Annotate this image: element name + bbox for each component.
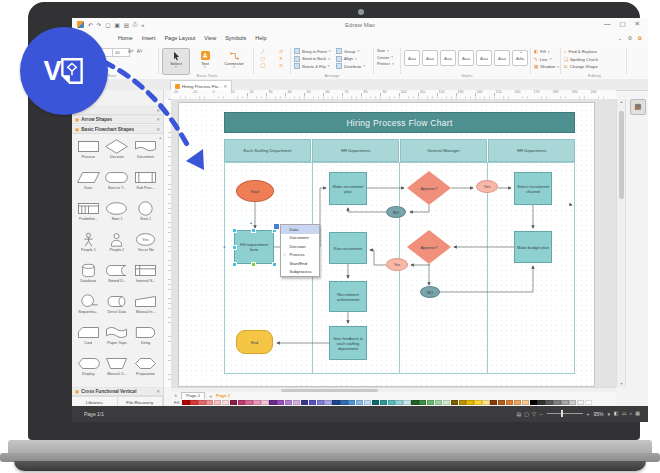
rotate-handle[interactable] bbox=[251, 262, 256, 267]
color-swatch[interactable] bbox=[222, 400, 229, 406]
color-swatch[interactable] bbox=[395, 400, 402, 406]
flow-node-achievement[interactable]: Recruitment achievement bbox=[329, 281, 367, 312]
resize-handle[interactable] bbox=[232, 262, 237, 267]
select-tool-button[interactable]: Select ▾ bbox=[162, 48, 190, 75]
color-swatch[interactable] bbox=[569, 400, 576, 406]
swimlane-header[interactable]: General Manager bbox=[400, 139, 487, 162]
close-panel-icon[interactable]: ✕ bbox=[156, 127, 160, 132]
color-swatch[interactable] bbox=[474, 400, 481, 406]
font-grow-shrink[interactable]: A˄A˅ bbox=[128, 49, 143, 54]
format-button[interactable]: ◧Fill▾ bbox=[534, 49, 559, 54]
connector-tool-button[interactable]: Connector ▾ bbox=[220, 48, 248, 75]
library-shape[interactable]: Display bbox=[74, 353, 103, 384]
view-mode-icon[interactable]: ▤ bbox=[516, 411, 521, 417]
color-swatch[interactable] bbox=[545, 400, 552, 406]
color-swatch[interactable] bbox=[253, 400, 260, 406]
library-shape[interactable]: Start 2 bbox=[131, 198, 160, 229]
flow-node-run-recruitment[interactable]: Run recruitment bbox=[329, 232, 367, 264]
flow-node-make-plan[interactable]: Make recruitment plan bbox=[329, 172, 367, 205]
color-swatch[interactable] bbox=[403, 400, 410, 406]
library-shape[interactable]: Process bbox=[74, 136, 103, 167]
window-control-button[interactable]: ▢ bbox=[619, 20, 625, 28]
color-swatch[interactable] bbox=[301, 400, 308, 406]
arrange-button[interactable]: Rotate & Flip▾ bbox=[294, 63, 331, 69]
flow-node-end[interactable]: End bbox=[236, 330, 273, 354]
quick-shape-button[interactable] bbox=[273, 223, 280, 230]
library-shape[interactable]: Document bbox=[131, 136, 160, 167]
flow-node-feedback[interactable]: Give feedback to each staffing departmen… bbox=[329, 326, 367, 360]
swimlane-header[interactable]: Each Staffing Department bbox=[224, 139, 311, 162]
flow-node-no-1[interactable]: NO bbox=[386, 206, 406, 218]
color-swatch[interactable] bbox=[419, 400, 426, 406]
arrange-button[interactable]: Group▾ bbox=[336, 48, 365, 54]
flow-node-yes-2[interactable]: Yes bbox=[386, 258, 408, 271]
library-shape[interactable]: Database bbox=[74, 260, 103, 291]
cross-functional-panel-header[interactable]: ▣ Cross Functional Vertical ✕ bbox=[72, 387, 163, 396]
window-control-button[interactable]: — bbox=[604, 20, 611, 28]
library-shape[interactable]: Direct Data bbox=[103, 291, 132, 322]
menu-tab[interactable]: Home bbox=[118, 35, 133, 41]
library-shape[interactable]: People 1 bbox=[74, 229, 103, 260]
menu-tab[interactable]: Page Layout bbox=[164, 35, 195, 41]
size-protect-button[interactable]: Protect▾ bbox=[377, 61, 394, 66]
draw-tool-button[interactable]: ⊙ bbox=[275, 63, 287, 68]
color-swatch[interactable] bbox=[214, 400, 221, 406]
menu-tab[interactable]: Insert bbox=[142, 35, 156, 41]
style-preset[interactable]: Aaa bbox=[458, 50, 474, 66]
autoconnect-left-arrow[interactable]: ◂ bbox=[223, 245, 225, 249]
draw-tool-button[interactable]: ▢ bbox=[257, 56, 269, 61]
popup-menu-item[interactable]: ✓ Document bbox=[281, 234, 319, 243]
window-control-button[interactable]: ✕ bbox=[635, 20, 640, 28]
library-shape[interactable]: Predefine... bbox=[74, 198, 103, 229]
color-swatch[interactable] bbox=[451, 400, 458, 406]
color-swatch[interactable] bbox=[490, 400, 497, 406]
scrollbar-thumb[interactable] bbox=[619, 111, 624, 199]
close-panel-icon[interactable]: ✕ bbox=[156, 117, 160, 122]
color-swatch[interactable] bbox=[522, 400, 529, 406]
library-shape[interactable]: Card bbox=[74, 322, 103, 353]
library-shape[interactable]: Manual In... bbox=[131, 291, 160, 322]
autoconnect-top-arrow[interactable]: ▴ bbox=[250, 221, 252, 225]
arrange-button[interactable]: Send to Back▾ bbox=[294, 56, 331, 62]
library-shape[interactable]: Delay bbox=[131, 322, 160, 353]
zoom-slider[interactable] bbox=[547, 413, 583, 414]
color-swatch[interactable] bbox=[198, 400, 205, 406]
popup-menu-item[interactable]: ✓ Decision bbox=[281, 242, 319, 251]
color-swatch[interactable] bbox=[340, 400, 347, 406]
color-swatch[interactable] bbox=[577, 400, 584, 406]
editing-button[interactable]: ❏Spelling Check bbox=[564, 57, 598, 62]
color-swatch[interactable] bbox=[537, 400, 544, 406]
color-swatch[interactable] bbox=[372, 400, 379, 406]
library-shape[interactable]: Sub Proc... bbox=[131, 167, 160, 198]
color-swatch[interactable] bbox=[427, 400, 434, 406]
ribbon-option-icon[interactable]: ⚙ bbox=[627, 35, 632, 41]
editing-button[interactable]: ⌕Find & Replace bbox=[564, 49, 598, 54]
color-swatch[interactable] bbox=[411, 400, 418, 406]
library-shape[interactable]: Sequentia... bbox=[74, 291, 103, 322]
menu-tab[interactable]: View bbox=[204, 35, 216, 41]
color-swatch[interactable] bbox=[498, 400, 505, 406]
zoom-in-button[interactable]: + bbox=[587, 411, 590, 417]
color-swatch[interactable] bbox=[356, 400, 363, 406]
color-swatch[interactable] bbox=[459, 400, 466, 406]
color-swatch[interactable] bbox=[466, 400, 473, 406]
close-panel-icon[interactable]: ✕ bbox=[156, 108, 160, 113]
color-swatch[interactable] bbox=[182, 400, 189, 406]
resize-handle[interactable] bbox=[232, 228, 237, 233]
arrange-button[interactable]: Bring to Front▾ bbox=[294, 48, 331, 54]
basic-flowchart-panel-header[interactable]: ▣ Basic Flowchart Shapes ✕ bbox=[72, 125, 163, 134]
library-shape[interactable]: Yes Yes or No bbox=[131, 229, 160, 260]
style-preset[interactable]: Aaa bbox=[494, 50, 510, 66]
color-swatch[interactable] bbox=[530, 400, 537, 406]
color-swatch[interactable] bbox=[245, 400, 252, 406]
popup-menu-item[interactable]: ✓ Process bbox=[281, 251, 319, 260]
color-swatch[interactable] bbox=[269, 400, 276, 406]
style-preset[interactable]: Aaa bbox=[440, 50, 456, 66]
color-swatch[interactable] bbox=[482, 400, 489, 406]
draw-tool-button[interactable]: ✕ bbox=[275, 56, 287, 61]
color-swatch[interactable] bbox=[309, 400, 316, 406]
format-button[interactable]: ▦Shadow▾ bbox=[534, 64, 559, 69]
flow-node-select-channel[interactable]: Select recruitment channel bbox=[514, 172, 552, 205]
color-swatch[interactable] bbox=[364, 400, 371, 406]
color-swatch[interactable] bbox=[190, 400, 197, 406]
